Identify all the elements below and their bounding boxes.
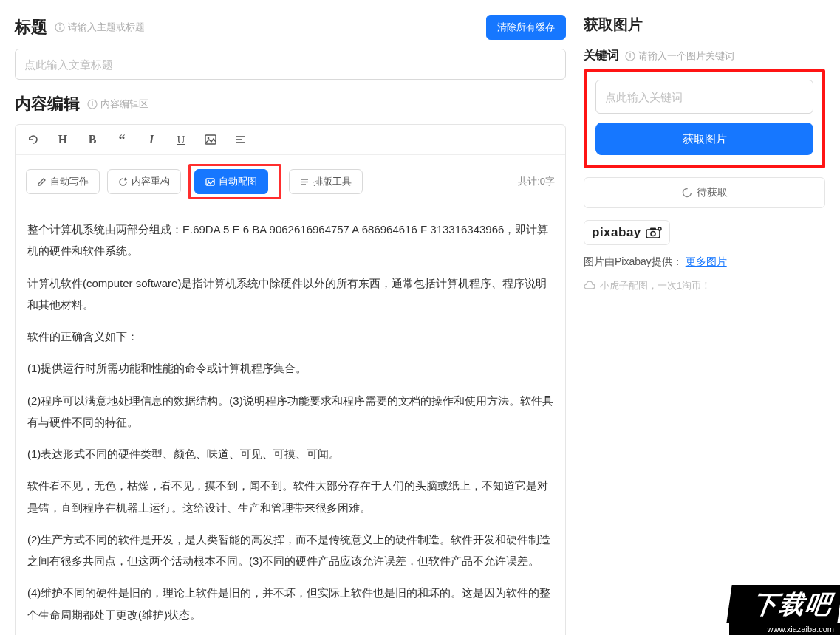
info-icon bbox=[55, 22, 65, 32]
format-toolbar: H B “ I U bbox=[16, 125, 565, 155]
italic-icon[interactable]: I bbox=[144, 132, 159, 147]
bold-icon[interactable]: B bbox=[85, 132, 100, 147]
main-column: 标题 请输入主题或标题 清除所有缓存 内容编辑 内容编辑区 bbox=[0, 0, 578, 635]
svg-point-4 bbox=[92, 101, 93, 103]
info-icon bbox=[87, 99, 98, 109]
provider-row: 图片由Pixabay提供： 更多图片 bbox=[584, 255, 825, 269]
paragraph: 软件的正确含义如下： bbox=[27, 326, 553, 347]
quote-icon[interactable]: “ bbox=[115, 132, 129, 147]
pencil-icon bbox=[37, 177, 47, 187]
svg-rect-20 bbox=[646, 230, 660, 238]
edit-section-label: 内容编辑 bbox=[15, 93, 80, 115]
svg-rect-22 bbox=[650, 228, 656, 230]
restructure-button[interactable]: 内容重构 bbox=[107, 169, 181, 194]
action-toolbar: 自动写作 内容重构 自动配图 排版工具 共计:0字 bbox=[16, 155, 565, 208]
svg-point-7 bbox=[208, 137, 210, 140]
paragraph: (4)维护不同的硬件是旧的，理论上软件是旧的，并不坏，但实际上软件也是旧的和坏的… bbox=[27, 582, 553, 625]
info-icon bbox=[625, 51, 635, 61]
editor-content[interactable]: 整个计算机系统由两部分组成：E.69DA 5 E 6 BA 9062616964… bbox=[16, 208, 565, 635]
keyword-input[interactable] bbox=[595, 80, 813, 114]
pixabay-logo-text: pixabay bbox=[592, 225, 641, 240]
highlight-frame: 自动配图 bbox=[188, 164, 281, 199]
paragraph: (1)提供运行时所需功能和性能的命令或计算机程序集合。 bbox=[27, 357, 553, 379]
fetch-image-button[interactable]: 获取图片 bbox=[595, 123, 813, 155]
svg-rect-5 bbox=[92, 103, 92, 106]
edit-section-hint: 内容编辑区 bbox=[87, 97, 148, 111]
refresh-icon bbox=[118, 177, 128, 187]
more-images-link[interactable]: 更多图片 bbox=[686, 255, 727, 267]
article-title-input[interactable] bbox=[15, 49, 566, 80]
paragraph: 软件看不见，无色，枯燥，看不见，摸不到，闻不到。软件大部分存在于人们的头脑或纸上… bbox=[27, 475, 553, 518]
auto-image-button[interactable]: 自动配图 bbox=[194, 169, 268, 194]
svg-point-17 bbox=[629, 53, 631, 55]
image-icon[interactable] bbox=[203, 132, 218, 147]
svg-point-21 bbox=[651, 232, 655, 236]
fetch-status: 待获取 bbox=[584, 177, 825, 208]
editor-box: H B “ I U 自动写作 内容重构 bbox=[15, 124, 566, 635]
title-header-row: 标题 请输入主题或标题 清除所有缓存 bbox=[15, 15, 566, 40]
align-icon[interactable] bbox=[233, 132, 247, 147]
paragraph: 整个计算机系统由两部分组成：E.69DA 5 E 6 BA 9062616964… bbox=[27, 219, 553, 262]
undo-icon[interactable] bbox=[26, 132, 41, 147]
title-section-label: 标题 bbox=[15, 16, 47, 38]
svg-point-19 bbox=[683, 189, 691, 197]
typeset-button[interactable]: 排版工具 bbox=[289, 169, 363, 194]
paragraph: (2)程序可以满意地处理信息的数据结构。(3)说明程序功能要求和程序需要的文档的… bbox=[27, 390, 553, 433]
keyword-highlight-frame: 获取图片 bbox=[584, 69, 825, 168]
clear-cache-button[interactable]: 清除所有缓存 bbox=[486, 15, 566, 40]
pixabay-badge: pixabay bbox=[584, 220, 670, 245]
keyword-hint: 请输入一个图片关键词 bbox=[625, 49, 734, 63]
svg-rect-18 bbox=[629, 55, 630, 58]
svg-point-12 bbox=[208, 180, 209, 182]
picture-icon bbox=[205, 177, 215, 187]
sidebar: 获取图片 关键词 请输入一个图片关键词 获取图片 待获取 pixabay bbox=[578, 0, 840, 635]
tip-row: 小虎子配图，一次1淘币！ bbox=[584, 279, 825, 292]
auto-write-button[interactable]: 自动写作 bbox=[26, 169, 100, 194]
heading-icon[interactable]: H bbox=[55, 132, 70, 147]
svg-point-23 bbox=[658, 227, 661, 230]
typeset-icon bbox=[300, 177, 310, 187]
camera-icon bbox=[646, 227, 662, 238]
underline-icon[interactable]: U bbox=[174, 132, 188, 147]
title-section-hint: 请输入主题或标题 bbox=[55, 21, 145, 34]
svg-rect-2 bbox=[59, 27, 60, 30]
paragraph: 计算机软件(computer software)是指计算机系统中除硬件以外的所有… bbox=[27, 272, 553, 316]
keyword-label: 关键词 bbox=[584, 48, 619, 64]
sidebar-title: 获取图片 bbox=[584, 15, 825, 35]
svg-point-1 bbox=[59, 24, 61, 26]
loading-icon bbox=[682, 188, 692, 198]
paragraph: (2)生产方式不同的软件是开发，是人类智能的高发挥，而不是传统意义上的硬件制造。… bbox=[27, 529, 553, 572]
cloud-icon bbox=[584, 281, 595, 290]
char-count: 共计:0字 bbox=[518, 175, 555, 188]
paragraph: (1)表达形式不同的硬件类型、颜色、味道、可见、可摸、可闻。 bbox=[27, 443, 553, 464]
